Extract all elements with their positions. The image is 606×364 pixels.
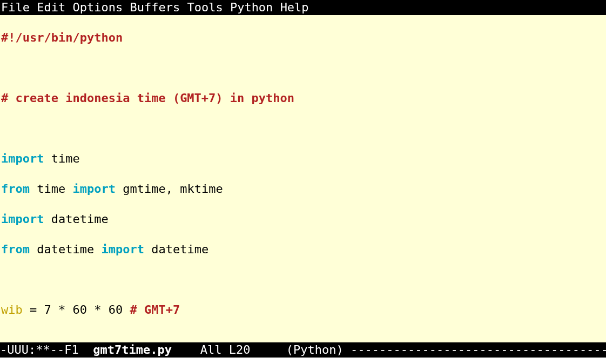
menu-bar: File Edit Options Buffers Tools Python H… xyxy=(0,0,606,15)
modeline-position: All L20 (Python) xyxy=(172,343,351,356)
code-text: gmtime, mktime xyxy=(116,182,223,196)
keyword: from xyxy=(1,242,30,256)
menu-options[interactable]: Options xyxy=(72,1,123,14)
comment: # GMT+7 xyxy=(130,303,180,316)
code-line: #!/usr/bin/python xyxy=(1,30,606,45)
minibuffer[interactable] xyxy=(0,358,606,364)
code-text: time xyxy=(30,182,72,196)
keyword: import xyxy=(1,152,44,165)
modeline-status: -UUU:**--F1 xyxy=(0,343,93,356)
menu-python[interactable]: Python xyxy=(230,1,273,14)
code-text: = 7 * 60 * 60 xyxy=(23,303,130,316)
shebang: #!/usr/bin/python xyxy=(1,31,123,44)
code-line: wib = 7 * 60 * 60 # GMT+7 xyxy=(1,302,606,318)
variable: wib xyxy=(1,303,23,316)
code-line: from datetime import datetime xyxy=(1,242,606,257)
code-line xyxy=(1,121,606,136)
menu-file[interactable]: File xyxy=(1,1,30,14)
code-text: datetime xyxy=(144,242,208,256)
code-line: from time import gmtime, mktime xyxy=(1,181,606,197)
mode-line[interactable]: -UUU:**--F1 gmt7time.py All L20 (Python)… xyxy=(0,342,606,358)
menu-edit[interactable]: Edit xyxy=(37,1,65,14)
modeline-fill: ----------------------------------------… xyxy=(351,343,606,356)
menu-tools[interactable]: Tools xyxy=(187,1,223,14)
menu-help[interactable]: Help xyxy=(280,1,309,14)
code-line xyxy=(1,272,606,287)
keyword: import xyxy=(101,242,144,256)
buffer-name: gmt7time.py xyxy=(93,343,172,356)
emacs-window: File Edit Options Buffers Tools Python H… xyxy=(0,0,606,364)
comment: # create indonesia time (GMT+7) in pytho… xyxy=(1,91,294,105)
code-text: datetime xyxy=(44,212,108,226)
code-line xyxy=(1,60,606,76)
code-line: # create indonesia time (GMT+7) in pytho… xyxy=(1,91,606,106)
keyword: from xyxy=(1,182,30,196)
code-line xyxy=(1,333,606,342)
code-text: datetime xyxy=(30,242,101,256)
code-line: import time xyxy=(1,151,606,166)
code-text: time xyxy=(44,152,79,165)
keyword: import xyxy=(72,182,115,196)
menu-buffers[interactable]: Buffers xyxy=(130,1,180,14)
editor-area[interactable]: #!/usr/bin/python # create indonesia tim… xyxy=(0,15,606,342)
keyword: import xyxy=(1,212,44,226)
code-line: import datetime xyxy=(1,212,606,227)
